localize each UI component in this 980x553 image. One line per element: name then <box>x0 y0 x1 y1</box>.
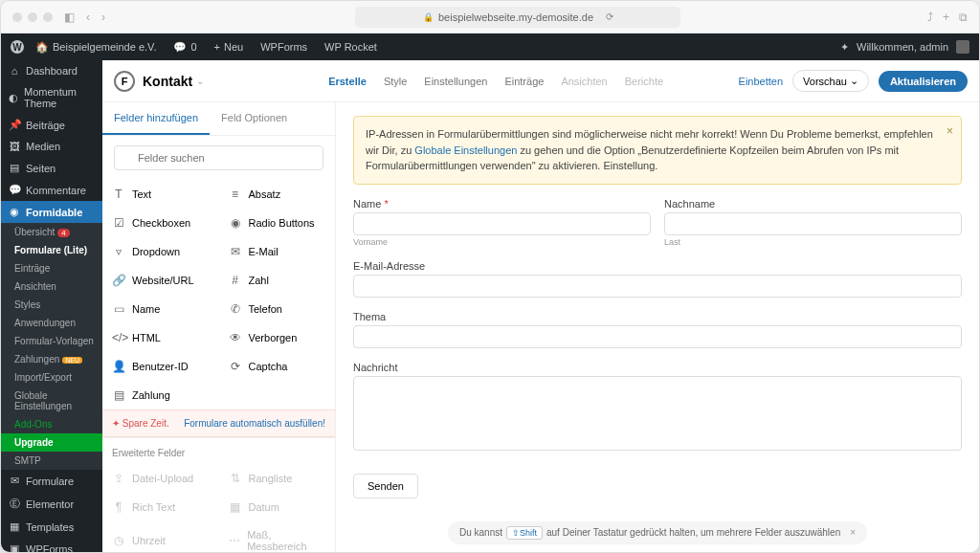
global-settings-link[interactable]: Globale Einstellungen <box>414 144 517 156</box>
firstname-input[interactable] <box>353 212 651 235</box>
subject-field[interactable]: Thema <box>353 311 962 348</box>
menu-momentum[interactable]: ◐Momentum Theme <box>1 81 102 114</box>
submenu-entries[interactable]: Einträge <box>1 259 102 277</box>
tab-reports[interactable]: Berichte <box>625 76 663 87</box>
update-button[interactable]: Aktualisieren <box>879 71 968 92</box>
submenu-views[interactable]: Ansichten <box>1 277 102 296</box>
field-richtext[interactable]: ¶Rich Text <box>102 493 219 521</box>
field-ranking[interactable]: ⇅Rangliste <box>219 464 336 493</box>
menu-elementor[interactable]: ⒺElementor <box>1 492 102 516</box>
message-textarea[interactable] <box>353 376 962 451</box>
builder-header: F Kontakt ⌄ Erstelle Style Einstellungen… <box>102 60 979 102</box>
avatar[interactable] <box>956 40 969 54</box>
name-field[interactable]: Name * Vorname <box>353 198 651 247</box>
field-captcha[interactable]: ⟳Captcha <box>219 352 336 381</box>
email-input[interactable] <box>353 275 962 298</box>
menu-comments[interactable]: 💬Kommentare <box>1 179 102 201</box>
site-name-link[interactable]: 🏠 Beispielgemeinde e.V. <box>30 41 162 54</box>
lock-icon: 🔒 <box>423 12 434 22</box>
tab-views[interactable]: Ansichten <box>561 76 607 87</box>
nav-arrows[interactable]: ◧‹› <box>60 9 109 26</box>
chevron-down-icon[interactable]: ⌄ <box>196 76 204 86</box>
submenu-overview[interactable]: Übersicht4 <box>1 223 102 241</box>
menu-posts[interactable]: 📌Beiträge <box>1 114 102 136</box>
submenu-import[interactable]: Import/Export <box>1 368 102 387</box>
settings-icon[interactable]: ✦ <box>840 41 849 54</box>
new-content-link[interactable]: + Neu <box>209 41 250 53</box>
url-text: beispielwebseite.my-demosite.de <box>438 11 593 23</box>
comments-link[interactable]: 💬 0 <box>167 41 202 54</box>
submenu-upgrade[interactable]: Upgrade <box>1 433 102 452</box>
field-userid[interactable]: 👤Benutzer-ID <box>102 352 219 381</box>
submenu-templates[interactable]: Formular-Vorlagen <box>1 332 102 350</box>
submenu-applications[interactable]: Anwendungen <box>1 314 102 332</box>
url-bar[interactable]: 🔒 beispielwebseite.my-demosite.de ⟳ <box>355 7 680 28</box>
subject-label: Thema <box>353 311 962 322</box>
menu-media[interactable]: 🖾Medien <box>1 136 102 157</box>
email-field[interactable]: E-Mail-Adresse <box>353 260 962 298</box>
submenu-payments[interactable]: ZahlungenNEU <box>1 350 102 368</box>
traffic-lights[interactable] <box>12 12 53 22</box>
form-title[interactable]: Kontakt <box>143 74 192 89</box>
builder-content: F Kontakt ⌄ Erstelle Style Einstellungen… <box>102 60 979 552</box>
preview-button[interactable]: Vorschau⌄ <box>792 70 869 92</box>
field-payment[interactable]: ▤Zahlung <box>102 381 219 409</box>
field-html[interactable]: </>HTML <box>102 323 219 352</box>
menu-pages[interactable]: ▤Seiten <box>1 157 102 179</box>
advanced-fields-label: Erweiterte Felder <box>102 437 335 464</box>
refresh-icon[interactable]: ⟳ <box>606 11 613 22</box>
field-dropdown[interactable]: ▿Dropdown <box>102 237 219 266</box>
message-field[interactable]: Nachricht <box>353 362 962 451</box>
wpforms-link[interactable]: WPForms <box>255 41 313 53</box>
field-panel: Felder hinzufügen Feld Optionen TText ≡A… <box>102 102 336 552</box>
field-url[interactable]: 🔗Website/URL <box>102 266 219 295</box>
field-text[interactable]: TText <box>102 180 219 209</box>
name-label: Name * <box>353 198 651 210</box>
form-canvas: IP-Adressen in Formularübermittlungen si… <box>336 102 979 552</box>
field-paragraph[interactable]: ≡Absatz <box>219 180 336 209</box>
submenu-forms[interactable]: Formulare (Lite) <box>1 241 102 259</box>
close-icon[interactable]: × <box>947 122 953 140</box>
embed-button[interactable]: Einbetten <box>739 76 783 87</box>
field-file[interactable]: ⇪Datei-Upload <box>102 464 219 493</box>
tab-style[interactable]: Style <box>384 76 407 87</box>
field-scale[interactable]: ⋯Maß, Messbereich <box>219 521 336 552</box>
browser-actions[interactable]: ⤴+⧉ <box>927 11 968 24</box>
field-date[interactable]: ▦Datum <box>219 493 336 521</box>
field-time[interactable]: ◷Uhrzeit <box>102 521 219 552</box>
field-radio[interactable]: ◉Radio Buttons <box>219 209 336 237</box>
search-fields-input[interactable] <box>114 145 323 170</box>
submenu-addons[interactable]: Add-Ons <box>1 415 102 433</box>
field-name[interactable]: ▭Name <box>102 295 219 323</box>
wordpress-logo-icon[interactable]: W <box>11 40 24 54</box>
tab-add-fields[interactable]: Felder hinzufügen <box>102 102 210 135</box>
submit-button[interactable]: Senden <box>353 474 418 498</box>
tab-build[interactable]: Erstelle <box>328 76 367 87</box>
welcome-user[interactable]: Willkommen, admin <box>857 41 948 53</box>
submenu-styles[interactable]: Styles <box>1 296 102 314</box>
wprocket-link[interactable]: WP Rocket <box>319 41 383 53</box>
field-number[interactable]: #Zahl <box>219 266 336 295</box>
field-checkboxes[interactable]: ☑Checkboxen <box>102 209 219 237</box>
menu-formidable[interactable]: ◉Formidable <box>1 201 102 223</box>
close-icon[interactable]: × <box>850 527 856 538</box>
lastname-field[interactable]: Nachname Last <box>664 198 962 247</box>
lastname-input[interactable] <box>664 212 962 235</box>
menu-dashboard[interactable]: ⌂Dashboard <box>1 60 102 81</box>
chevron-down-icon: ⌄ <box>850 75 858 87</box>
subject-input[interactable] <box>353 325 962 348</box>
tab-settings[interactable]: Einstellungen <box>424 76 487 87</box>
menu-wpforms[interactable]: ▣WPForms <box>1 538 102 552</box>
menu-forms2[interactable]: ✉Formulare <box>1 470 102 492</box>
field-email[interactable]: ✉E-Mail <box>219 237 336 266</box>
menu-elementor-templates[interactable]: ▦Templates <box>1 516 102 538</box>
tab-field-options[interactable]: Feld Optionen <box>210 102 299 135</box>
field-hidden[interactable]: 👁Verborgen <box>219 323 336 352</box>
submenu-smtp[interactable]: SMTP <box>1 452 102 470</box>
formidable-logo-icon: F <box>114 71 135 92</box>
field-phone[interactable]: ✆Telefon <box>219 295 336 323</box>
tab-entries[interactable]: Einträge <box>504 76 544 87</box>
submenu-global[interactable]: Globale Einstellungen <box>1 387 102 415</box>
message-label: Nachricht <box>353 362 962 373</box>
promo-banner[interactable]: ✦ Spare Zeit. Formulare automatisch ausf… <box>102 409 335 437</box>
